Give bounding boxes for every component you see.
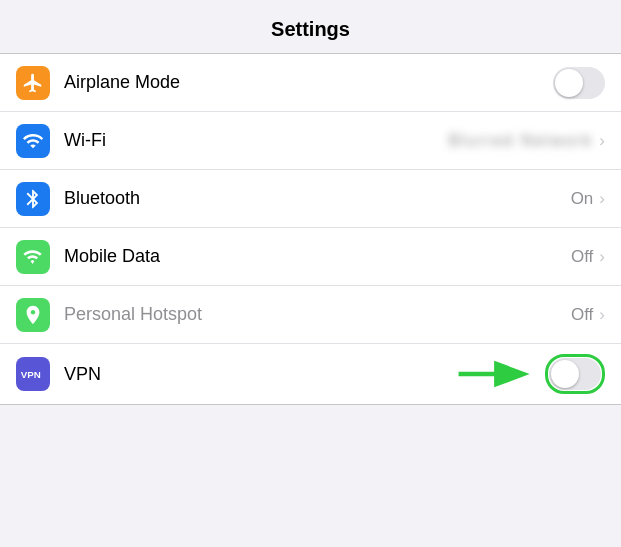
svg-text:VPN: VPN (21, 369, 41, 380)
arrow-svg (455, 356, 535, 392)
wifi-right: Blurred Network › (449, 131, 605, 151)
settings-list: Airplane Mode Wi-Fi Blurred Network › Bl… (0, 53, 621, 405)
bluetooth-chevron: › (599, 189, 605, 209)
vpn-row[interactable]: VPN VPN (0, 344, 621, 404)
mobile-data-icon (16, 240, 50, 274)
mobile-data-row[interactable]: Mobile Data Off › (0, 228, 621, 286)
hotspot-status: Off (571, 305, 593, 325)
vpn-toggle[interactable] (549, 358, 601, 390)
hotspot-right: Off › (571, 305, 605, 325)
mobile-data-chevron: › (599, 247, 605, 267)
wifi-network-name: Blurred Network (449, 132, 594, 150)
bluetooth-label: Bluetooth (64, 188, 571, 209)
hotspot-icon (16, 298, 50, 332)
hotspot-row[interactable]: Personal Hotspot Off › (0, 286, 621, 344)
wifi-icon (16, 124, 50, 158)
airplane-mode-toggle[interactable] (553, 67, 605, 99)
mobile-data-right: Off › (571, 247, 605, 267)
hotspot-label: Personal Hotspot (64, 304, 571, 325)
wifi-chevron: › (599, 131, 605, 151)
airplane-icon (16, 66, 50, 100)
mobile-data-label: Mobile Data (64, 246, 571, 267)
vpn-toggle-wrapper (545, 354, 605, 394)
wifi-label: Wi-Fi (64, 130, 449, 151)
bluetooth-row[interactable]: Bluetooth On › (0, 170, 621, 228)
vpn-label: VPN (64, 364, 300, 385)
bluetooth-status: On (571, 189, 594, 209)
green-arrow (300, 356, 546, 392)
mobile-data-status: Off (571, 247, 593, 267)
airplane-mode-label: Airplane Mode (64, 72, 553, 93)
page-title: Settings (0, 0, 621, 53)
bluetooth-right: On › (571, 189, 605, 209)
wifi-row[interactable]: Wi-Fi Blurred Network › (0, 112, 621, 170)
hotspot-chevron: › (599, 305, 605, 325)
vpn-icon: VPN (16, 357, 50, 391)
bluetooth-icon (16, 182, 50, 216)
airplane-mode-row[interactable]: Airplane Mode (0, 54, 621, 112)
